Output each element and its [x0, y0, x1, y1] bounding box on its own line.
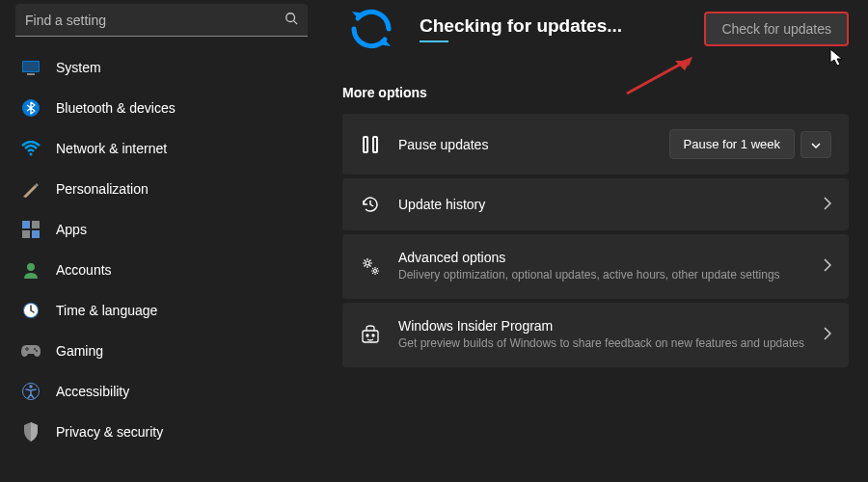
check-for-updates-button[interactable]: Check for updates — [704, 12, 849, 46]
update-sync-icon — [342, 0, 400, 58]
svg-point-25 — [372, 335, 374, 336]
progress-indicator — [420, 40, 448, 42]
pause-dropdown[interactable]: Pause for 1 week — [669, 129, 795, 159]
insider-icon — [360, 324, 381, 345]
status-title: Checking for updates... — [420, 15, 685, 37]
sidebar-item-label: Bluetooth & devices — [56, 100, 176, 116]
sidebar-item-privacy[interactable]: Privacy & security — [8, 413, 315, 451]
sidebar-item-label: Network & internet — [56, 141, 167, 156]
sidebar-item-accounts[interactable]: Accounts — [8, 251, 315, 289]
advanced-subtitle: Delivery optimization, optional updates,… — [398, 267, 806, 283]
wifi-icon — [21, 139, 41, 158]
chevron-right-icon — [824, 197, 831, 213]
advanced-icon — [360, 255, 381, 277]
search-icon — [285, 12, 298, 28]
sidebar-item-network[interactable]: Network & internet — [8, 129, 315, 168]
sidebar-item-accessibility[interactable]: Accessibility — [8, 372, 315, 411]
svg-rect-4 — [27, 73, 35, 75]
svg-rect-3 — [23, 62, 39, 71]
svg-point-22 — [374, 270, 377, 273]
insider-title: Windows Insider Program — [398, 318, 806, 334]
update-status-row: Checking for updates... Check for update… — [342, 0, 849, 75]
sidebar-item-bluetooth[interactable]: Bluetooth & devices — [8, 89, 315, 127]
sidebar-item-system[interactable]: System — [8, 48, 315, 87]
advanced-title: Advanced options — [398, 250, 806, 265]
pause-dropdown-caret[interactable] — [800, 131, 831, 158]
sidebar-item-time[interactable]: Time & language — [8, 291, 315, 330]
search-field[interactable] — [25, 13, 285, 28]
sidebar-item-gaming[interactable]: Gaming — [8, 332, 315, 370]
system-icon — [21, 58, 41, 77]
accounts-icon — [21, 260, 41, 280]
svg-point-15 — [36, 350, 38, 352]
svg-point-21 — [366, 261, 369, 265]
privacy-icon — [21, 422, 41, 442]
sidebar-item-label: Gaming — [56, 343, 103, 359]
svg-point-24 — [366, 335, 368, 336]
svg-point-0 — [286, 13, 295, 22]
insider-program-card[interactable]: Windows Insider Program Get preview buil… — [342, 303, 849, 367]
time-icon — [21, 301, 41, 320]
search-input[interactable] — [15, 4, 308, 37]
pause-updates-card[interactable]: Pause updates Pause for 1 week — [342, 114, 849, 174]
accessibility-icon — [21, 382, 41, 401]
sidebar-item-personalization[interactable]: Personalization — [8, 170, 315, 208]
sidebar-item-label: Accessibility — [56, 384, 129, 399]
pause-title: Pause updates — [398, 137, 652, 152]
sidebar-item-apps[interactable]: Apps — [8, 210, 315, 249]
chevron-right-icon — [824, 258, 831, 275]
svg-point-6 — [30, 153, 33, 156]
svg-rect-19 — [364, 137, 367, 152]
update-history-card[interactable]: Update history — [342, 178, 849, 230]
insider-subtitle: Get preview builds of Windows to share f… — [398, 335, 806, 352]
sidebar-item-label: Privacy & security — [56, 424, 163, 440]
sidebar: System Bluetooth & devices Network & int… — [0, 0, 323, 482]
sidebar-item-label: System — [56, 60, 101, 75]
history-title: Update history — [398, 197, 806, 212]
svg-rect-10 — [32, 230, 40, 238]
svg-line-1 — [294, 21, 298, 25]
advanced-options-card[interactable]: Advanced options Delivery optimization, … — [342, 234, 849, 299]
pause-icon — [360, 134, 381, 155]
svg-point-11 — [27, 263, 35, 271]
sidebar-item-label: Time & language — [56, 303, 157, 318]
sidebar-item-label: Accounts — [56, 262, 112, 278]
bluetooth-icon — [21, 98, 41, 118]
chevron-right-icon — [824, 327, 831, 343]
svg-rect-8 — [32, 221, 40, 228]
svg-rect-9 — [22, 230, 30, 238]
svg-point-14 — [34, 348, 36, 350]
apps-icon — [21, 220, 41, 239]
more-options-heading: More options — [342, 85, 849, 100]
sidebar-item-label: Apps — [56, 222, 87, 237]
history-icon — [360, 194, 381, 215]
svg-rect-7 — [22, 221, 30, 228]
personalization-icon — [21, 179, 41, 199]
gaming-icon — [21, 341, 41, 361]
main-content: Checking for updates... Check for update… — [323, 0, 868, 482]
svg-rect-20 — [373, 137, 377, 152]
sidebar-item-label: Personalization — [56, 181, 149, 197]
cursor-icon — [829, 48, 845, 67]
svg-point-17 — [29, 385, 33, 388]
